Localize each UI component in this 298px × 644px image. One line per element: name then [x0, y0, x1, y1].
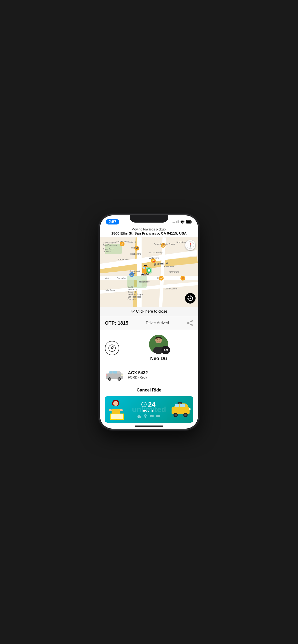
time-display: 2:57	[106, 219, 119, 224]
compass-icon[interactable]: N	[185, 240, 196, 250]
svg-rect-62	[138, 415, 140, 416]
moving-towards-label: Moving towards pickup:	[105, 227, 193, 231]
signal-icon	[173, 220, 179, 223]
pickup-address: 1800 Ellis St, San Francisco, CA 94115, …	[105, 231, 193, 235]
svg-rect-69	[156, 416, 160, 416]
svg-rect-2	[186, 221, 191, 223]
label-johngrill: John's Grill	[169, 271, 179, 273]
svg-rect-40	[113, 371, 117, 374]
driver-name: Neo Du	[150, 356, 167, 361]
chevron-down-icon	[131, 310, 135, 313]
svg-text:TAXI: TAXI	[179, 402, 181, 404]
svg-point-34	[109, 345, 115, 352]
banner-24-text: 24	[148, 400, 156, 408]
label-caffe: Caffé Central	[165, 288, 177, 290]
location-icon	[143, 414, 147, 418]
svg-point-78	[184, 414, 187, 416]
money-icon: $	[150, 414, 154, 418]
svg-rect-45	[121, 374, 123, 376]
svg-rect-39	[109, 371, 112, 374]
svg-rect-72	[180, 404, 185, 407]
map-background: Market St Mission St Ellis St 🍽 🍳 🍜 💊 🛋 …	[100, 238, 198, 307]
close-map-bar[interactable]: Click here to close	[100, 307, 198, 316]
road-vertical-2	[159, 238, 166, 307]
svg-rect-1	[192, 221, 192, 222]
svg-line-33	[189, 324, 191, 325]
driver-info: 4.9 Neo Du	[124, 335, 193, 361]
svg-point-31	[191, 324, 192, 326]
poi-johns-grill: 🍔	[181, 276, 185, 280]
svg-rect-54	[120, 409, 123, 411]
label-nespresso: Nespresso	[139, 280, 150, 283]
label-drmartens: Dr. Martens	[163, 265, 174, 268]
svg-point-44	[118, 378, 120, 380]
svg-rect-70	[172, 407, 190, 414]
wifi-icon	[180, 220, 185, 224]
svg-point-17	[148, 269, 150, 272]
promo-banner[interactable]: unlimited	[105, 396, 193, 422]
notch	[130, 216, 168, 222]
car-section: ACX 5432 FORD (Red)	[100, 365, 198, 384]
car-plate-number: ACX 5432	[128, 370, 148, 376]
map-view[interactable]: Market St Mission St Ellis St 🍽 🍳 🍜 💊 🛋 …	[100, 238, 198, 307]
svg-marker-21	[190, 245, 191, 248]
label-college: City College ofSan Francisco	[103, 242, 117, 246]
taxi-icon	[137, 414, 141, 418]
svg-rect-13	[142, 273, 144, 274]
driver-status: Driver Arrived	[146, 321, 169, 325]
label-hackerone: HackerOne	[130, 253, 141, 255]
driver-section: 4.9 Neo Du	[100, 330, 198, 365]
label-bespoke: Bespoke	[154, 243, 162, 245]
svg-rect-53	[109, 409, 112, 411]
cancel-ride-button[interactable]: Cancel Ride	[105, 388, 193, 393]
svg-point-36	[157, 340, 158, 340]
driver-avatar-wrap: 4.9	[149, 335, 168, 354]
label-stockton: Stockton &Market	[129, 270, 140, 275]
svg-point-24	[190, 298, 191, 299]
driver-rating: 4.9	[162, 346, 170, 354]
label-walgreens: Walgreens	[149, 257, 159, 259]
car-image	[105, 369, 124, 381]
label-nordstrom: Nordstrom	[176, 241, 186, 244]
battery-icon	[186, 220, 192, 224]
svg-text:$: $	[151, 416, 152, 417]
poi-cb2: 🛋	[159, 276, 164, 280]
svg-point-37	[160, 340, 160, 340]
call-button[interactable]	[105, 341, 119, 355]
svg-point-29	[191, 320, 192, 322]
location-target-icon[interactable]	[185, 293, 196, 304]
svg-rect-48	[121, 376, 123, 377]
otp-code: OTP: 1815	[105, 320, 128, 326]
svg-point-64	[140, 417, 140, 418]
svg-point-65	[145, 415, 146, 416]
svg-point-30	[187, 322, 189, 324]
car-model-text: FORD (Red)	[128, 376, 148, 379]
svg-point-63	[138, 417, 139, 418]
road-horizontal-3	[100, 282, 198, 294]
svg-point-43	[109, 378, 111, 380]
label-ross: Ross Dressfor Less	[103, 248, 114, 253]
home-indicator	[135, 426, 163, 427]
svg-rect-46	[106, 374, 107, 376]
phone-screen: 2:57	[100, 216, 198, 428]
share-icon[interactable]	[186, 320, 193, 326]
svg-point-51	[113, 401, 118, 406]
label-zakis: Zaki's Jewelry	[149, 251, 163, 254]
phone-frame: 2:57	[99, 215, 199, 429]
svg-point-77	[175, 414, 177, 416]
label-fidm: FashionInstitute ofDesign &Merchandising…	[127, 286, 143, 300]
svg-line-60	[144, 404, 145, 405]
svg-rect-71	[175, 404, 179, 407]
pickup-pin	[145, 267, 153, 277]
label-sarku: Sarku Japan	[163, 243, 175, 245]
svg-rect-79	[189, 408, 191, 410]
label-littlesweet: Little Sweet	[105, 289, 116, 291]
cancel-section[interactable]: Cancel Ride	[100, 384, 198, 396]
status-icons	[173, 220, 192, 224]
banner-hours-text: HOURS	[143, 409, 154, 412]
credit-card-icon	[156, 414, 160, 418]
label-verizon: Verizon	[105, 277, 112, 279]
svg-text:N: N	[190, 242, 191, 244]
label-traderjoes: Trader Joe's	[117, 258, 129, 261]
car-details: ACX 5432 FORD (Red)	[128, 370, 148, 379]
